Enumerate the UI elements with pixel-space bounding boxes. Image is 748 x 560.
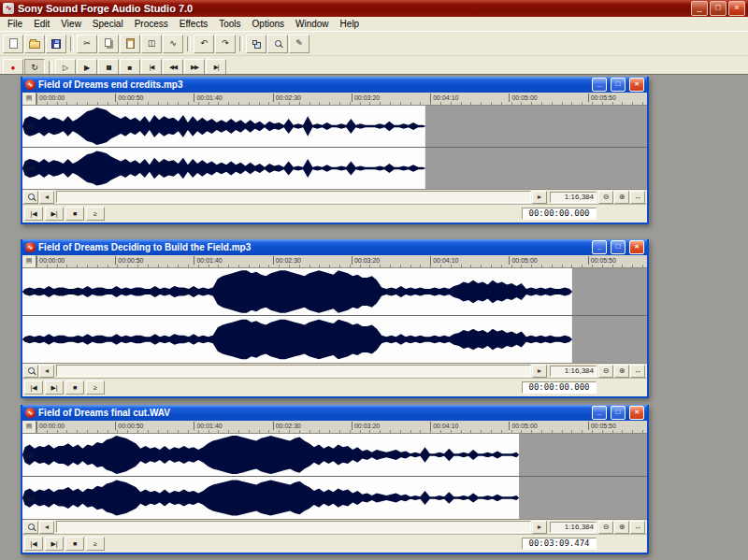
scroll-left-button[interactable]: ◂ [39,521,54,534]
new-file-button[interactable] [3,35,23,53]
rewind-icon: ◀◀ [169,65,177,71]
sound-file-icon: ∿ [25,79,36,90]
stop-button[interactable]: ■ [65,537,84,551]
horizontal-scrollbar[interactable] [56,191,531,203]
horizontal-scrollbar[interactable] [56,365,531,377]
doc-minimize-button[interactable]: _ [592,78,607,92]
redo-button[interactable]: ↷ [215,35,236,53]
horizontal-scrollbar[interactable] [56,521,531,533]
document-titlebar[interactable]: ∿ Field of Dreams Deciding to Build the … [22,239,647,255]
zoom-tool-button[interactable] [267,35,288,53]
scroll-right-button[interactable]: ▸ [532,191,547,204]
zoom-fit-button[interactable]: ↔ [630,191,645,204]
timeline-ruler[interactable]: 00:00:0000:00:5000:01:4000:02:3000:03:20… [36,93,647,105]
waveform-channel-right[interactable]: -Inf [22,148,647,189]
cut-button[interactable]: ✂ [77,35,97,53]
ruler-options-button[interactable]: ▤ [22,93,36,105]
doc-maximize-button[interactable]: □ [611,406,626,420]
ruler-time-label: 00:01:40 [194,256,222,265]
go-to-end-button[interactable]: ▶| [45,537,64,551]
waveform-channel-left[interactable]: -Inf [22,106,647,148]
timeline-ruler[interactable]: 00:00:0000:00:5000:01:4000:02:3000:03:20… [36,421,647,433]
zoom-selection-button[interactable] [23,365,38,378]
menu-tools[interactable]: Tools [213,18,246,30]
stop-button[interactable]: ■ [65,207,84,221]
go-to-start-button[interactable]: |◀ [24,207,43,221]
doc-minimize-button[interactable]: _ [592,406,607,420]
ruler-time-label: 00:05:00 [509,422,537,430]
zoom-in-button[interactable]: ⊕ [614,521,629,534]
copy-button[interactable] [98,35,119,53]
doc-maximize-button[interactable]: □ [611,78,626,92]
scroll-left-button[interactable]: ◂ [39,365,54,378]
menu-edit[interactable]: Edit [28,18,55,30]
play-chain-button[interactable]: ≥ [86,207,105,221]
save-button[interactable] [46,35,66,53]
zoom-fit-button[interactable]: ↔ [630,365,645,378]
document-titlebar[interactable]: ∿ Field of Dreams end credits.mp3 _ □ × [22,77,647,93]
doc-close-button[interactable]: × [629,240,644,254]
app-titlebar[interactable]: ∿ Sony Sound Forge Audio Studio 7.0 _ □ … [0,0,748,17]
paste-icon [126,38,135,49]
ruler-time-label: 00:00:50 [115,422,143,430]
floppy-icon [51,39,61,49]
menu-effects[interactable]: Effects [174,18,213,30]
zoom-fit-button[interactable]: ↔ [630,521,645,534]
play-chain-button[interactable]: ≥ [86,381,105,395]
ruler-options-button[interactable]: ▤ [22,421,36,433]
edit-tool-button[interactable]: ✎ [289,35,309,53]
doc-close-button[interactable]: × [629,78,644,92]
menu-view[interactable]: View [55,18,87,30]
doc-minimize-button[interactable]: _ [592,240,607,254]
open-file-button[interactable] [24,35,45,53]
waveform-channel-left[interactable]: -Inf [22,434,647,477]
menu-help[interactable]: Help [335,18,366,30]
app-close-button[interactable]: × [728,1,745,16]
menu-window[interactable]: Window [290,18,335,30]
menu-options[interactable]: Options [247,18,290,30]
menu-file[interactable]: File [2,18,28,30]
waveform-channel-right[interactable]: -Inf [22,477,647,519]
document-window-end-credits[interactable]: ∿ Field of Dreams end credits.mp3 _ □ × … [21,77,649,224]
waveform-channel-right[interactable]: -Inf [22,316,647,363]
go-to-end-button[interactable]: ▶| [45,207,64,221]
doc-maximize-button[interactable]: □ [611,240,626,254]
zoom-out-button[interactable]: ⊖ [598,365,613,378]
menu-process[interactable]: Process [129,18,174,30]
plugin-chainer-button[interactable] [246,35,266,53]
doc-close-button[interactable]: × [629,406,644,420]
ruler-time-label: 00:00:50 [115,93,143,102]
zoom-in-button[interactable]: ⊕ [614,365,629,378]
ruler-options-button[interactable]: ▤ [22,255,36,267]
menu-special[interactable]: Special [87,18,129,30]
document-titlebar[interactable]: ∿ Field of Dreams final cut.WAV _ □ × [22,405,647,421]
document-window-final-cut[interactable]: ∿ Field of Dreams final cut.WAV _ □ × ▤ … [21,405,649,554]
app-minimize-button[interactable]: _ [691,1,708,16]
timeline-ruler[interactable]: 00:00:0000:00:5000:01:4000:02:3000:03:20… [36,255,647,267]
zoom-in-button[interactable]: ⊕ [614,191,629,204]
paste-button[interactable] [120,35,140,53]
zoom-out-button[interactable]: ⊖ [598,191,613,204]
app-maximize-button[interactable]: □ [710,1,726,16]
stop-button[interactable]: ■ [65,381,84,395]
waveform-channel-left[interactable]: -Inf [22,268,647,316]
app-icon: ∿ [3,3,14,14]
waveform-right [22,316,647,363]
play-chain-button[interactable]: ≥ [86,537,105,551]
go-to-start-button[interactable]: |◀ [24,537,43,551]
ruler-time-label: 00:04:10 [430,422,458,430]
zoom-selection-button[interactable] [23,521,38,534]
mix-button[interactable]: ∿ [163,35,183,53]
scroll-left-button[interactable]: ◂ [39,191,54,204]
document-window-deciding-to-build[interactable]: ∿ Field of Dreams Deciding to Build the … [21,239,649,398]
ruler-row: ▤ 00:00:0000:00:5000:01:4000:02:3000:03:… [22,421,647,434]
go-to-end-button[interactable]: ▶| [45,381,64,395]
folder-icon [29,41,40,49]
scroll-right-button[interactable]: ▸ [532,521,547,534]
undo-button[interactable]: ↶ [194,35,214,53]
zoom-selection-button[interactable] [23,191,38,204]
scroll-right-button[interactable]: ▸ [532,365,547,378]
trim-button[interactable]: ◫ [141,35,162,53]
zoom-out-button[interactable]: ⊖ [598,521,613,534]
go-to-start-button[interactable]: |◀ [24,381,43,395]
